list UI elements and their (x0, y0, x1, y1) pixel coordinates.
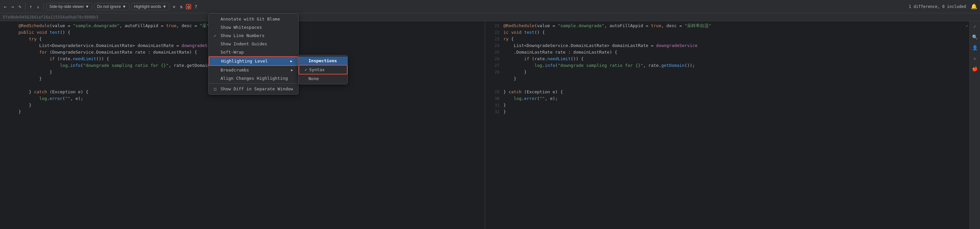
menu-item-soft-wrap[interactable]: Soft-Wrap (208, 48, 298, 56)
breadcrumbs-arrow: ▶ (291, 68, 293, 72)
line-num: 25 (486, 49, 500, 56)
check-line-numbers: ✓ (214, 34, 218, 38)
menu-item-whitespaces[interactable]: Show Whitespaces (208, 23, 298, 32)
table-row (485, 82, 970, 89)
table-row: 24 List<DowngradeService.DomainLastRate>… (485, 42, 970, 49)
menu-item-annotate[interactable]: Annotate with Git Blame (208, 15, 298, 23)
line-content: ic void test() { (504, 29, 969, 36)
line-num: 28 (486, 69, 500, 75)
ignore-arrow: ▼ (123, 4, 126, 9)
menu-item-breadcrumbs[interactable]: Breadcrumbs ▶ (208, 66, 298, 74)
nav-forward-icon[interactable]: → (10, 4, 15, 9)
diff-info: 1 difference, 0 included (909, 4, 966, 9)
table-row: 29 } catch (Exception e) { (485, 89, 970, 95)
gear-icon[interactable]: ⚙ (186, 4, 191, 9)
sidebar-checkmark-icon[interactable]: ✓ (971, 22, 979, 30)
table-row: } (485, 75, 970, 82)
line-content: ry { (504, 36, 969, 42)
sync-scroll-icon[interactable]: ⇅ (178, 4, 184, 9)
nav-back-icon[interactable]: ← (3, 4, 8, 9)
table-row: 22 ic void test() { (485, 29, 970, 36)
commit-hash: 5fa96de94562841af16a115554ad9ab70c9998b3 (3, 15, 98, 19)
menu-item-line-numbers-label: Show Line Numbers (221, 33, 264, 38)
nav-prev-diff-icon[interactable]: ↑ (28, 4, 33, 9)
check-align-changes (214, 76, 218, 81)
menu-item-highlighting-container: Highlighting Level ▶ Inspections ✓ Synta… (208, 56, 298, 66)
highlighting-arrow: ▶ (290, 59, 292, 63)
submenu-item-syntax[interactable]: ✓ Syntax (299, 65, 347, 74)
ignore-dropdown[interactable]: Do not ignore ▼ (94, 3, 129, 10)
table-row: } (0, 109, 485, 115)
line-num: 21 (486, 22, 500, 29)
line-content: } (19, 109, 484, 115)
menu-item-align-changes-label: Align Changes Highlighting (221, 76, 288, 81)
bell-icon[interactable]: 🔔 (971, 3, 977, 10)
context-menu: Annotate with Git Blame Show Whitespaces… (208, 13, 299, 94)
line-num: 27 (486, 62, 500, 69)
line-content: log.info("downgrade sampling ratio for {… (504, 62, 969, 69)
line-num: 31 (486, 102, 500, 109)
sidebar-user-icon[interactable]: 👤 (971, 44, 979, 51)
table-row: 26 if (rate.needLimit()) { (485, 56, 970, 62)
edit-icon[interactable]: ✎ (17, 4, 22, 9)
line-content: } (504, 109, 969, 115)
menu-item-show-diff-window[interactable]: □ Show Diff in Separate Window (208, 85, 298, 93)
menu-item-breadcrumbs-label: Breadcrumbs (221, 67, 249, 72)
highlight-dropdown[interactable]: Highlight words ▼ (131, 3, 170, 10)
menu-item-highlighting-label: Highlighting Level (221, 59, 268, 64)
submenu-item-none-label: None (309, 76, 319, 81)
check-show-diff: □ (214, 87, 218, 91)
line-content: log.error("", e); (19, 95, 484, 102)
menu-item-line-numbers[interactable]: ✓ Show Line Numbers (208, 32, 298, 40)
line-content: @RedSchedule(value = "sample.downgrade",… (504, 22, 969, 29)
sidebar-undo-icon[interactable]: ↻ (971, 54, 979, 62)
highlight-label: Highlight words (134, 4, 161, 9)
highlighting-submenu: Inspections ✓ Syntax None (298, 55, 348, 84)
check-inspections (304, 58, 307, 63)
nav-next-diff-icon[interactable]: ↓ (35, 4, 41, 9)
viewer-mode-dropdown[interactable]: Side-by-side viewer ▼ (46, 3, 92, 10)
menu-item-soft-wrap-label: Soft-Wrap (221, 50, 244, 54)
separator-2 (43, 3, 44, 10)
line-num: 24 (486, 42, 500, 49)
right-code-panel: 21 @RedSchedule(value = "sample.downgrad… (485, 21, 970, 229)
table-row: 30 log.error("", e); (485, 95, 970, 102)
submenu-item-inspections[interactable]: Inspections (299, 57, 347, 65)
line-content: List<DowngradeService.DomainLastRate> do… (504, 42, 969, 49)
line-content: } (504, 75, 969, 82)
line-content: } (504, 69, 969, 75)
table-row: 31 } (485, 102, 970, 109)
check-soft-wrap (214, 50, 218, 54)
table-row: 23 ry { (485, 36, 970, 42)
sidebar-apple-icon[interactable]: 🍎 (971, 65, 979, 73)
menu-item-show-diff-label: Show Diff in Separate Window (221, 86, 293, 91)
menu-item-indent-guides[interactable]: Show Indent Guides (208, 40, 298, 48)
line-num: 32 (486, 109, 500, 115)
check-whitespaces (214, 25, 218, 30)
table-row: 25 .DomainLastRate rate : domainLastRate… (485, 49, 970, 56)
main-content: @RedSchedule(value = "sample.downgrade",… (0, 21, 980, 229)
check-none (304, 76, 307, 81)
menu-item-align-changes[interactable]: Align Changes Highlighting (208, 74, 298, 82)
table-row: 27 log.info("downgrade sampling ratio fo… (485, 62, 970, 69)
line-num: 22 (486, 29, 500, 36)
table-row: 21 @RedSchedule(value = "sample.downgrad… (485, 22, 970, 29)
line-num: 29 (486, 89, 500, 95)
viewer-mode-label: Side-by-side viewer (49, 4, 84, 9)
menu-item-highlighting[interactable]: Highlighting Level ▶ (208, 56, 298, 66)
help-icon[interactable]: ? (193, 4, 198, 9)
check-syntax: ✓ (304, 67, 307, 72)
check-annotate (214, 17, 218, 21)
check-highlighting (215, 59, 219, 64)
line-num: 30 (486, 95, 500, 102)
highlight-arrow: ▼ (163, 4, 167, 9)
line-content: log.error("", e); (504, 95, 969, 102)
sidebar-find-icon[interactable]: 🔍 (971, 33, 979, 41)
submenu-item-none[interactable]: None (299, 74, 347, 83)
close-icon[interactable]: ✕ (171, 4, 177, 9)
right-code-lines: 21 @RedSchedule(value = "sample.downgrad… (485, 21, 970, 117)
ignore-label: Do not ignore (97, 4, 121, 9)
menu-separator (208, 83, 298, 84)
menu-item-annotate-label: Annotate with Git Blame (221, 16, 280, 21)
separator-1 (25, 3, 25, 10)
